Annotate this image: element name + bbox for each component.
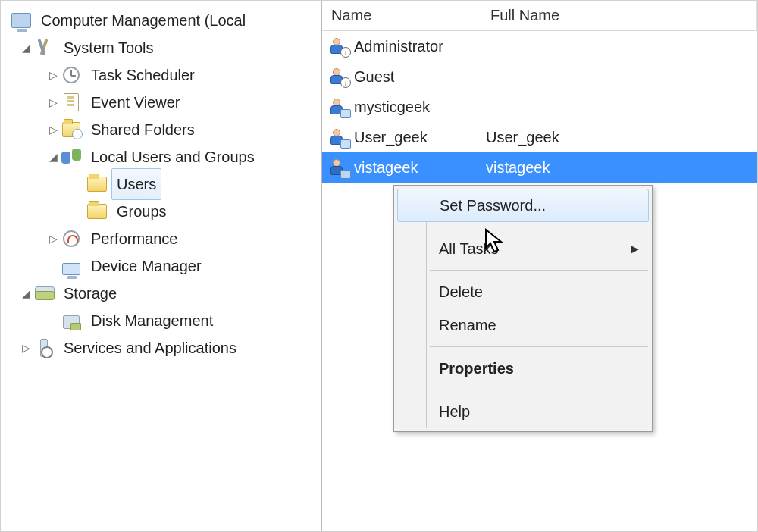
list-row[interactable]: mysticgeek bbox=[322, 92, 757, 122]
tree-node-system-tools[interactable]: ◢ System Tools bbox=[1, 34, 321, 61]
user-name: User_geek bbox=[354, 129, 428, 146]
tree-pane: Computer Management (Local ◢ System Tool… bbox=[1, 1, 322, 531]
column-header-name[interactable]: Name bbox=[322, 1, 481, 30]
folder-icon bbox=[86, 174, 108, 195]
list-header: Name Full Name bbox=[322, 1, 757, 31]
device-icon bbox=[60, 255, 83, 277]
list-body: ↓Administrator↓GuestmysticgeekUser_geekU… bbox=[322, 31, 757, 183]
list-pane: Name Full Name ↓Administrator↓Guestmysti… bbox=[322, 1, 757, 531]
list-row[interactable]: vistageekvistageek bbox=[322, 152, 757, 183]
tree-node-shared-folders[interactable]: ▷ Shared Folders bbox=[1, 116, 321, 143]
tree-node-event-viewer[interactable]: ▷ Event Viewer bbox=[1, 89, 321, 116]
context-item-help[interactable]: Help bbox=[396, 395, 650, 428]
user-name: Guest bbox=[354, 68, 394, 86]
cell-name: vistageek bbox=[322, 158, 481, 177]
tree-node-device-manager[interactable]: Device Manager bbox=[1, 252, 321, 280]
list-row[interactable]: ↓Guest bbox=[322, 61, 757, 92]
tree-node-disk-management[interactable]: Disk Management bbox=[1, 307, 321, 334]
tree-node-services-apps[interactable]: ▷ Services and Applications bbox=[1, 334, 321, 361]
user-name: mysticgeek bbox=[354, 99, 430, 116]
storage-icon bbox=[33, 283, 55, 304]
cell-fullname: User_geek bbox=[481, 129, 757, 146]
tree-node-local-users-groups[interactable]: ◢ Local Users and Groups bbox=[1, 143, 321, 171]
user-name: vistageek bbox=[354, 159, 418, 177]
tree-node-computer-management[interactable]: Computer Management (Local bbox=[1, 7, 321, 34]
gauge-icon bbox=[60, 228, 83, 249]
context-separator bbox=[430, 346, 648, 347]
tree-node-performance[interactable]: ▷ Performance bbox=[1, 225, 321, 252]
context-separator bbox=[430, 390, 648, 390]
submenu-arrow-icon: ▶ bbox=[631, 243, 639, 255]
context-item-label: Rename bbox=[439, 317, 496, 334]
column-header-label: Name bbox=[331, 7, 371, 24]
tree-node-storage[interactable]: ◢ Storage bbox=[1, 280, 321, 307]
shared-folder-icon bbox=[60, 119, 83, 140]
context-item-label: Delete bbox=[439, 283, 483, 301]
context-item-set-password[interactable]: Set Password... bbox=[397, 189, 649, 222]
expander-icon[interactable]: ◢ bbox=[19, 34, 33, 61]
cell-name: ↓Guest bbox=[322, 67, 481, 86]
cell-name: User_geek bbox=[322, 127, 481, 147]
context-separator bbox=[430, 227, 648, 227]
event-viewer-icon bbox=[60, 92, 83, 113]
user-fullname: User_geek bbox=[486, 129, 559, 146]
user-icon bbox=[328, 158, 349, 177]
user-icon bbox=[328, 97, 349, 117]
context-item-delete[interactable]: Delete bbox=[396, 275, 650, 308]
user-icon: ↓ bbox=[328, 36, 349, 56]
user-fullname: vistageek bbox=[486, 159, 550, 176]
computer-icon bbox=[10, 10, 33, 31]
cell-fullname: vistageek bbox=[481, 159, 757, 177]
tree-label: Services and Applications bbox=[58, 332, 242, 364]
tree-node-groups[interactable]: Groups bbox=[1, 198, 321, 225]
user-icon: ↓ bbox=[328, 67, 349, 86]
clock-icon bbox=[60, 64, 83, 86]
expander-icon[interactable]: ▷ bbox=[19, 334, 33, 361]
context-item-rename[interactable]: Rename bbox=[396, 308, 650, 342]
expander-icon[interactable]: ▷ bbox=[46, 225, 60, 252]
context-item-all-tasks[interactable]: All Tasks ▶ bbox=[396, 232, 650, 265]
context-item-label: All Tasks bbox=[439, 240, 499, 258]
disk-icon bbox=[60, 310, 83, 331]
users-groups-icon bbox=[60, 146, 83, 167]
cell-name: ↓Administrator bbox=[322, 36, 481, 56]
context-item-label: Properties bbox=[439, 360, 514, 377]
expander-icon[interactable]: ▷ bbox=[46, 61, 60, 89]
cell-name: mysticgeek bbox=[322, 97, 481, 117]
user-icon bbox=[328, 127, 349, 147]
tools-icon bbox=[33, 37, 55, 58]
services-icon bbox=[33, 337, 55, 358]
context-item-label: Help bbox=[439, 403, 470, 421]
tree-node-users[interactable]: Users bbox=[1, 171, 321, 198]
column-header-label: Full Name bbox=[490, 7, 559, 24]
expander-icon[interactable]: ◢ bbox=[19, 280, 33, 307]
user-name: Administrator bbox=[354, 38, 443, 55]
tree-node-task-scheduler[interactable]: ▷ Task Scheduler bbox=[1, 61, 321, 89]
expander-icon[interactable]: ▷ bbox=[46, 89, 60, 116]
expander-icon[interactable]: ▷ bbox=[46, 116, 60, 143]
context-item-label: Set Password... bbox=[440, 197, 546, 214]
expander-icon[interactable]: ◢ bbox=[46, 143, 60, 171]
context-separator bbox=[430, 270, 648, 271]
list-row[interactable]: ↓Administrator bbox=[322, 31, 757, 61]
folder-icon bbox=[86, 201, 108, 222]
list-row[interactable]: User_geekUser_geek bbox=[322, 122, 757, 152]
column-header-fullname[interactable]: Full Name bbox=[481, 1, 757, 30]
context-item-properties[interactable]: Properties bbox=[396, 352, 650, 385]
context-menu: Set Password... All Tasks ▶ Delete Renam… bbox=[393, 185, 653, 432]
